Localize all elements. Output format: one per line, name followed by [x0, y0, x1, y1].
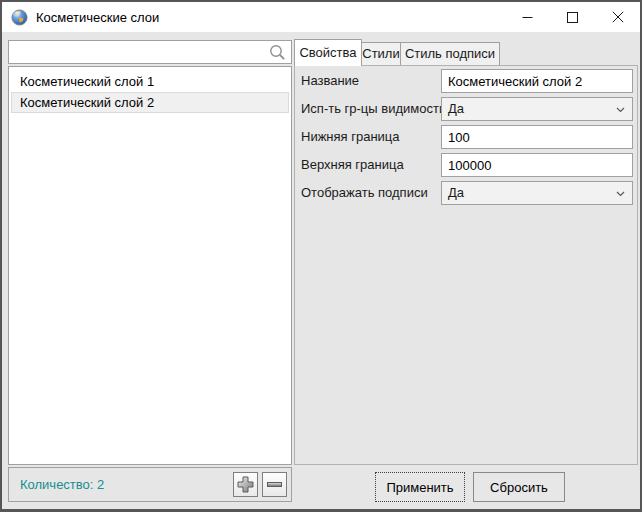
list-item-selected[interactable]: Косметический слой 2	[11, 92, 289, 113]
window-controls	[505, 2, 640, 32]
list-footer-bar: Количество: 2	[8, 467, 292, 502]
reset-button[interactable]: Сбросить	[473, 472, 565, 502]
form-row-upper-bound: Верхняя граница	[301, 153, 633, 177]
upper-bound-field[interactable]	[441, 153, 633, 177]
minus-icon	[265, 475, 284, 494]
maximize-button[interactable]	[550, 2, 595, 32]
magnifier-icon	[269, 44, 286, 61]
show-labels-value: Да	[448, 185, 464, 200]
layers-list: Косметический слой 1 Косметический слой …	[8, 66, 292, 465]
close-button[interactable]	[595, 2, 640, 32]
layer-search-box	[8, 40, 292, 64]
maximize-icon	[567, 12, 578, 23]
show-labels-select[interactable]: Да	[441, 181, 633, 205]
chevron-down-icon	[616, 107, 625, 113]
plus-icon	[236, 475, 255, 494]
search-input[interactable]	[9, 41, 269, 63]
list-item[interactable]: Косметический слой 1	[11, 71, 289, 92]
properties-tab-page: Название Исп-ть гр-цы видимости Да Нижня…	[294, 65, 638, 465]
use-visibility-bounds-value: Да	[448, 101, 464, 116]
chevron-down-icon	[616, 191, 625, 197]
add-layer-button[interactable]	[233, 472, 258, 497]
lower-bound-label: Нижняя граница	[301, 125, 400, 149]
form-row-lower-bound: Нижняя граница	[301, 125, 633, 149]
name-field[interactable]	[441, 69, 633, 93]
lower-bound-field[interactable]	[441, 125, 633, 149]
tab-styles[interactable]: Стили	[361, 42, 401, 66]
window-title: Косметические слои	[36, 10, 159, 25]
form-row-show-labels: Отображать подписи Да	[301, 181, 633, 205]
name-label: Название	[301, 69, 359, 93]
upper-bound-label: Верхняя граница	[301, 153, 404, 177]
minimize-icon	[522, 12, 533, 23]
apply-button[interactable]: Применить	[375, 472, 465, 502]
minimize-button[interactable]	[505, 2, 550, 32]
show-labels-label: Отображать подписи	[301, 181, 428, 205]
tab-label-style[interactable]: Стиль подписи	[400, 42, 500, 66]
tab-properties[interactable]: Свойства	[294, 39, 362, 66]
count-label: Количество: 2	[20, 477, 104, 492]
form-row-use-visibility-bounds: Исп-ть гр-цы видимости Да	[301, 97, 633, 121]
title-bar: Косметические слои	[2, 2, 640, 32]
form-row-name: Название	[301, 69, 633, 93]
dialog-window: Косметические слои	[0, 0, 642, 512]
use-visibility-bounds-select[interactable]: Да	[441, 97, 633, 121]
close-icon	[612, 11, 624, 23]
globe-icon	[11, 9, 28, 26]
remove-layer-button[interactable]	[262, 472, 287, 497]
use-visibility-bounds-label: Исп-ть гр-цы видимости	[301, 97, 446, 121]
